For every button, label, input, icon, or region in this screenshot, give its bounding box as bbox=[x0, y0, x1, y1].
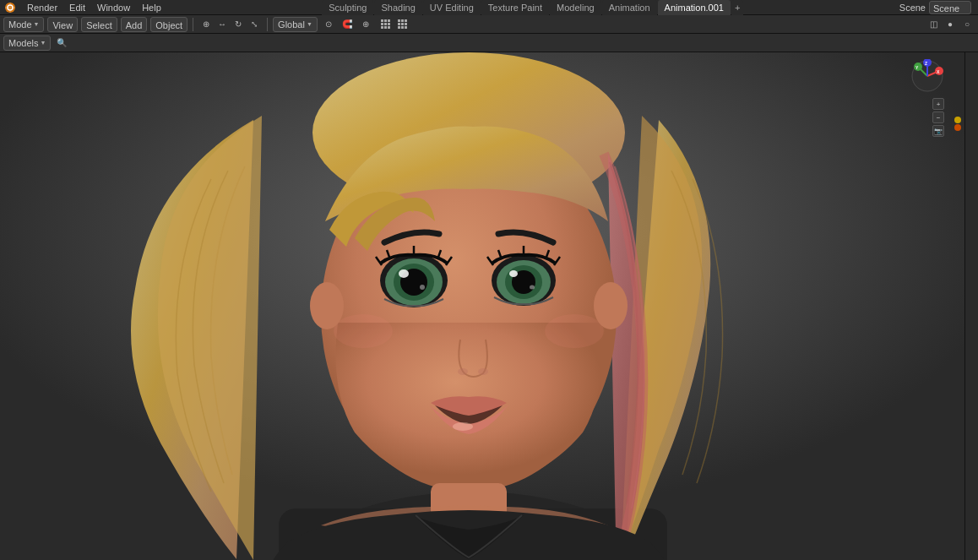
models-dropdown[interactable]: Models ▼ bbox=[3, 35, 51, 51]
add-workspace-btn[interactable]: + bbox=[731, 0, 743, 15]
global-dropdown-arrow: ▼ bbox=[307, 21, 312, 27]
toolbar-sep-2 bbox=[267, 18, 268, 31]
camera-btn[interactable]: 📷 bbox=[932, 125, 944, 137]
tab-animation-001[interactable]: Animation.001 bbox=[658, 0, 731, 15]
dot-yellow bbox=[954, 117, 961, 123]
wireframe-btn[interactable]: ○ bbox=[959, 18, 975, 31]
toolbar-sep-1 bbox=[193, 18, 193, 31]
tab-texture-paint[interactable]: Texture Paint bbox=[481, 0, 549, 15]
tab-sculpting[interactable]: Sculpting bbox=[322, 0, 373, 15]
select-btn[interactable]: Select bbox=[81, 17, 117, 32]
add-btn[interactable]: Add bbox=[121, 17, 148, 32]
grid-icon-2[interactable] bbox=[395, 18, 410, 31]
view-btn[interactable]: View bbox=[47, 17, 78, 32]
svg-point-22 bbox=[530, 285, 535, 290]
menu-help[interactable]: Help bbox=[137, 0, 166, 15]
xray-btn[interactable]: ◫ bbox=[926, 18, 941, 31]
svg-point-28 bbox=[310, 282, 344, 329]
tab-animation[interactable]: Animation bbox=[602, 0, 657, 15]
solid-btn[interactable]: ● bbox=[943, 18, 958, 31]
colored-dots bbox=[954, 117, 961, 131]
mode-dropdown[interactable]: Mode ▼ bbox=[3, 17, 44, 32]
menu-edit[interactable]: Edit bbox=[64, 0, 90, 15]
global-dropdown[interactable]: Global ▼ bbox=[273, 17, 318, 32]
svg-point-29 bbox=[594, 282, 628, 329]
top-menu-bar: Render Edit Window Help Sculpting Shadin… bbox=[0, 0, 978, 15]
tab-shading[interactable]: Shading bbox=[374, 0, 421, 15]
dot-orange bbox=[954, 124, 961, 131]
blender-logo bbox=[3, 1, 17, 14]
scene-label: Scene bbox=[899, 3, 926, 13]
mode-dropdown-arrow: ▼ bbox=[34, 21, 40, 27]
svg-point-25 bbox=[453, 422, 473, 431]
zoom-out-btn[interactable]: − bbox=[932, 111, 944, 123]
right-panel: ⊙ ▲ bbox=[964, 15, 978, 560]
grid-icon-1[interactable] bbox=[378, 18, 394, 31]
top-toolbar: Mode ▼ View Select Add Object ⊕ ↔ ↻ ⤡ Gl… bbox=[0, 15, 978, 34]
svg-point-27 bbox=[545, 314, 604, 348]
scene-input[interactable]: Scene bbox=[929, 1, 971, 14]
tab-uv-editing[interactable]: UV Editing bbox=[423, 0, 481, 15]
character-render: X Y Z + − 📷 bbox=[0, 52, 964, 560]
global-label: Global bbox=[278, 19, 305, 30]
viewport-gizmo[interactable]: X Y Z bbox=[910, 59, 944, 93]
proportional-icon[interactable]: ⊕ bbox=[358, 18, 373, 31]
second-toolbar: Models ▼ 🔍 bbox=[0, 34, 978, 52]
object-btn[interactable]: Object bbox=[150, 17, 187, 32]
svg-point-21 bbox=[509, 270, 518, 277]
zoom-in-btn[interactable]: + bbox=[932, 98, 944, 110]
svg-point-23 bbox=[458, 368, 468, 375]
character-svg bbox=[0, 52, 964, 560]
svg-point-24 bbox=[478, 368, 488, 375]
scale-icon-btn[interactable]: ⤡ bbox=[247, 18, 262, 31]
models-label: Models bbox=[8, 38, 38, 48]
viewport[interactable]: X Y Z + − 📷 bbox=[0, 52, 964, 560]
svg-point-26 bbox=[334, 314, 393, 348]
rotate-icon-btn[interactable]: ↻ bbox=[231, 18, 246, 31]
mode-label: Mode bbox=[8, 19, 32, 30]
cursor-icon-btn[interactable]: ⊕ bbox=[198, 18, 214, 31]
models-dropdown-arrow: ▼ bbox=[40, 40, 46, 46]
svg-text:Z: Z bbox=[925, 61, 927, 66]
tab-modeling[interactable]: Modeling bbox=[550, 0, 601, 15]
snap-icon[interactable]: 🧲 bbox=[340, 18, 355, 31]
viewport-controls: + − 📷 bbox=[932, 98, 944, 137]
svg-point-16 bbox=[420, 285, 425, 290]
search-icon-btn[interactable]: 🔍 bbox=[54, 36, 69, 50]
menu-window[interactable]: Window bbox=[92, 0, 135, 15]
move-icon-btn[interactable]: ↔ bbox=[215, 18, 230, 31]
svg-point-15 bbox=[399, 269, 409, 278]
menu-render[interactable]: Render bbox=[22, 0, 62, 15]
pivot-icon[interactable]: ⊙ bbox=[321, 18, 336, 31]
